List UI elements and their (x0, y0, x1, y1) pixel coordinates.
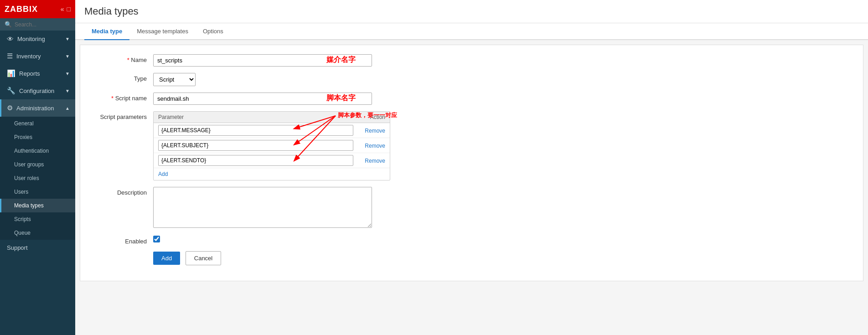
sidebar-item-users[interactable]: Users (0, 185, 75, 199)
buttons-spacer (89, 251, 153, 253)
main-content: Media types Media type Message templates… (75, 0, 868, 335)
enabled-checkbox-wrapper (153, 236, 372, 242)
sidebar-item-inventory[interactable]: ☰ Inventory ▼ (0, 47, 75, 65)
sidebar: ZABBIX « □ 🔍 👁 Monitoring ▼ ☰ Inventory … (0, 0, 75, 335)
configuration-icon: 🔧 (7, 87, 16, 95)
page-title: Media types (84, 5, 859, 17)
params-col-param: Parameter (158, 114, 353, 120)
tab-options[interactable]: Options (196, 23, 231, 40)
sidebar-item-user-groups[interactable]: User groups (0, 158, 75, 171)
sidebar-item-user-roles[interactable]: User roles (0, 171, 75, 185)
param-input-1[interactable] (158, 125, 353, 136)
script-name-row: Script name 脚本名字 (89, 93, 854, 105)
type-row: Type Script Email SMS Webhook (89, 73, 854, 86)
form-area: Name 媒介名字 Type Script Email SMS Webhook … (80, 45, 863, 281)
sidebar-item-label: Configuration (19, 88, 65, 94)
sidebar-item-media-types[interactable]: Media types (0, 199, 75, 212)
tab-media-type[interactable]: Media type (84, 23, 129, 40)
sidebar-item-reports[interactable]: 📊 Reports ▼ (0, 65, 75, 82)
sidebar-item-support[interactable]: Support (0, 240, 75, 256)
chevron-down-icon: ▼ (65, 71, 70, 76)
type-field-wrapper: Script Email SMS Webhook (153, 73, 372, 86)
tabs-bar: Media type Message templates Options (75, 23, 868, 40)
add-param-link[interactable]: Add (154, 168, 172, 180)
chevron-up-icon: ▲ (65, 106, 70, 111)
params-header: Parameter Action (154, 112, 390, 123)
sidebar-item-proxies[interactable]: Proxies (0, 130, 75, 144)
add-button[interactable]: Add (153, 252, 180, 265)
expand-icon[interactable]: □ (67, 5, 71, 13)
tab-message-templates[interactable]: Message templates (129, 23, 196, 40)
table-row: Remove (154, 138, 390, 153)
remove-button-1[interactable]: Remove (365, 128, 385, 134)
sidebar-item-general[interactable]: General (0, 117, 75, 130)
reports-icon: 📊 (7, 69, 16, 77)
script-name-field-wrapper (153, 93, 372, 105)
enabled-row: Enabled (89, 236, 854, 245)
buttons-wrapper: Add Cancel (153, 251, 221, 265)
type-label: Type (89, 73, 153, 82)
search-input[interactable] (15, 21, 71, 28)
inventory-icon: ☰ (7, 52, 13, 60)
sidebar-item-label: Inventory (16, 53, 65, 60)
page-header: Media types (75, 0, 868, 23)
name-row: Name 媒介名字 (89, 54, 854, 67)
description-textarea[interactable] (153, 187, 372, 228)
enabled-label: Enabled (89, 236, 153, 245)
sidebar-item-scripts[interactable]: Scripts (0, 212, 75, 226)
params-col-action: Action (353, 114, 385, 120)
description-field-wrapper (153, 187, 372, 229)
sidebar-header: ZABBIX « □ (0, 0, 75, 18)
script-params-wrapper: Parameter Action Remove Remove (153, 111, 390, 180)
name-field-wrapper (153, 54, 372, 67)
search-icon: 🔍 (5, 21, 12, 28)
cancel-button[interactable]: Cancel (186, 251, 221, 265)
search-bar: 🔍 (0, 18, 75, 31)
chevron-down-icon: ▼ (65, 36, 70, 41)
sidebar-item-label: Reports (19, 70, 65, 77)
sidebar-item-label: Administration (16, 105, 65, 112)
sidebar-item-label: Monitoring (17, 36, 65, 42)
administration-icon: ⚙ (7, 104, 13, 112)
buttons-row: Add Cancel (89, 251, 854, 265)
table-row: Remove (154, 123, 390, 138)
script-params-label: Script parameters (89, 111, 153, 120)
chevron-down-icon: ▼ (65, 54, 70, 59)
sidebar-item-authentication[interactable]: Authentication (0, 144, 75, 158)
chevron-down-icon: ▼ (65, 88, 70, 93)
param-input-3[interactable] (158, 155, 353, 166)
zabbix-logo: ZABBIX (5, 5, 38, 14)
sidebar-item-queue[interactable]: Queue (0, 226, 75, 240)
remove-button-3[interactable]: Remove (365, 158, 385, 164)
enabled-checkbox[interactable] (153, 236, 160, 242)
name-label: Name (89, 54, 153, 63)
monitoring-icon: 👁 (7, 35, 14, 43)
enabled-field-wrapper (153, 236, 372, 242)
sidebar-item-label: Support (7, 244, 70, 251)
admin-submenu: General Proxies Authentication User grou… (0, 117, 75, 240)
table-row: Remove (154, 153, 390, 168)
script-name-label: Script name (89, 93, 153, 102)
description-label: Description (89, 187, 153, 196)
script-params-row: Script parameters Parameter Action Remov… (89, 111, 854, 180)
description-row: Description (89, 187, 854, 229)
sidebar-item-administration[interactable]: ⚙ Administration ▲ (0, 99, 75, 117)
params-table: Parameter Action Remove Remove (153, 111, 390, 180)
script-name-input[interactable] (153, 93, 372, 105)
type-select[interactable]: Script Email SMS Webhook (153, 73, 196, 86)
collapse-icon[interactable]: « (61, 5, 64, 13)
param-input-2[interactable] (158, 140, 353, 151)
sidebar-item-monitoring[interactable]: 👁 Monitoring ▼ (0, 31, 75, 47)
name-input[interactable] (153, 54, 372, 67)
remove-button-2[interactable]: Remove (365, 143, 385, 149)
sidebar-item-configuration[interactable]: 🔧 Configuration ▼ (0, 82, 75, 99)
